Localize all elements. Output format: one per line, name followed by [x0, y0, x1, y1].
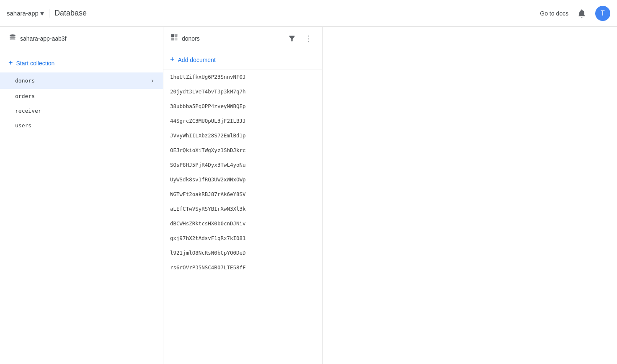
collection-name-donors: donors: [15, 77, 35, 84]
collection-panel-icon: [170, 33, 178, 44]
documents-panel: donors ⋮ + Add document 1heUtZifkxUg6P23…: [163, 27, 323, 364]
svg-rect-0: [171, 34, 174, 37]
start-collection-label: Start collection: [16, 60, 55, 67]
sidebar-title: sahara-app-aab3f: [20, 35, 67, 42]
sidebar-panel: sahara-app-aab3f + Start collection dono…: [0, 27, 163, 364]
add-doc-plus-icon: +: [170, 55, 175, 64]
document-item[interactable]: 38ubbba5PqOPP4zveyNWBQEp: [163, 99, 322, 114]
topnav-left: sahara-app ▾ Database: [7, 9, 540, 18]
document-item[interactable]: OEJrQkioXiTWgXyz1ShDJkrc: [163, 143, 322, 157]
app-name-label: sahara-app: [7, 10, 39, 17]
bell-icon[interactable]: [575, 7, 589, 20]
documents-header: donors ⋮: [163, 27, 322, 50]
document-item[interactable]: 44SgrcZC3MUQpUL3jF2ILBJJ: [163, 114, 322, 128]
document-item[interactable]: aLEfCTwVSyRSYBIrXwN3Xl3k: [163, 201, 322, 216]
main-layout: sahara-app-aab3f + Start collection dono…: [0, 27, 617, 364]
avatar[interactable]: T: [595, 6, 610, 21]
filter-button[interactable]: [285, 32, 299, 45]
right-panel: [323, 27, 617, 364]
document-item[interactable]: rs6rOVrP35NSC4B07LTE58fF: [163, 260, 322, 275]
go-to-docs-link[interactable]: Go to docs: [540, 10, 568, 17]
document-item[interactable]: JVvyWhIILXbz28S72EmlBd1p: [163, 128, 322, 143]
collection-panel-name: donors: [182, 35, 200, 42]
collection-name-users: users: [15, 122, 31, 129]
collection-item-receiver[interactable]: receiver: [0, 103, 163, 118]
collection-name-orders: orders: [15, 93, 35, 99]
document-item[interactable]: 1heUtZifkxUg6P23SnnvNF0J: [163, 70, 322, 84]
svg-rect-1: [175, 34, 178, 37]
documents-header-left: donors: [170, 33, 200, 44]
start-collection-button[interactable]: + Start collection: [0, 54, 163, 72]
database-icon: [8, 33, 17, 44]
topnav: sahara-app ▾ Database Go to docs T: [0, 0, 617, 27]
app-name-button[interactable]: sahara-app ▾: [7, 9, 44, 18]
topnav-right: Go to docs T: [540, 6, 610, 21]
plus-icon: +: [8, 59, 13, 67]
chevron-right-icon: ›: [150, 77, 155, 85]
document-item[interactable]: gxj97hX2tAdsvF1qRx7kI081: [163, 231, 322, 245]
sidebar-header: sahara-app-aab3f: [0, 27, 163, 50]
document-item[interactable]: dBCWHsZRktcsHX0b0cnDJNiv: [163, 216, 322, 231]
app-name-chevron-icon: ▾: [40, 9, 44, 18]
page-title: Database: [49, 9, 87, 18]
collection-item-donors[interactable]: donors ›: [0, 72, 163, 89]
add-document-label: Add document: [178, 57, 216, 63]
document-item[interactable]: l921jmlO8NcRsN0bCpYQ0DeD: [163, 245, 322, 260]
more-options-icon: ⋮: [305, 34, 313, 44]
document-item[interactable]: SQsP8HJ5PjR4Dyx3TwL4yoNu: [163, 157, 322, 172]
more-options-button[interactable]: ⋮: [302, 32, 315, 45]
documents-header-actions: ⋮: [285, 32, 315, 45]
collection-name-receiver: receiver: [15, 108, 41, 114]
document-item[interactable]: UyWSdk8sv1fRQ3UW2xWNxOWp: [163, 172, 322, 187]
collection-item-orders[interactable]: orders: [0, 89, 163, 103]
collection-item-users[interactable]: users: [0, 118, 163, 133]
document-item[interactable]: WGTwFt2oakRBJ87rAk6eY8SV: [163, 187, 322, 201]
documents-list[interactable]: 1heUtZifkxUg6P23SnnvNF0J 20jydt3LVeT4bvT…: [163, 70, 322, 364]
add-document-button[interactable]: + Add document: [163, 50, 322, 70]
svg-rect-3: [175, 38, 178, 41]
svg-rect-2: [171, 38, 174, 41]
sidebar-body: + Start collection donors › orders recei…: [0, 50, 163, 364]
document-item[interactable]: 20jydt3LVeT4bvT3p3kM7q7h: [163, 84, 322, 99]
